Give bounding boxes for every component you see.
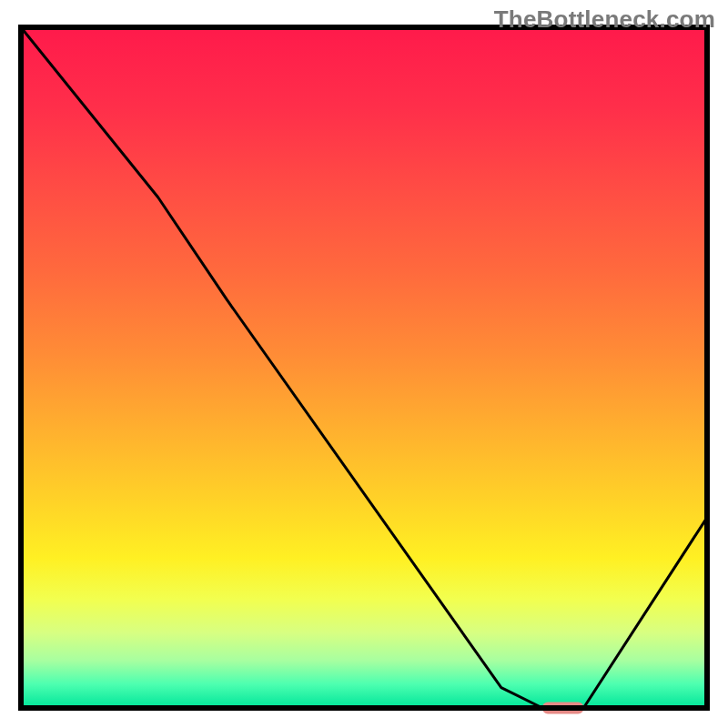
chart-svg bbox=[0, 0, 728, 728]
watermark-text: TheBottleneck.com bbox=[494, 5, 715, 34]
bottleneck-chart: TheBottleneck.com bbox=[0, 0, 728, 728]
plot-background bbox=[21, 27, 707, 708]
